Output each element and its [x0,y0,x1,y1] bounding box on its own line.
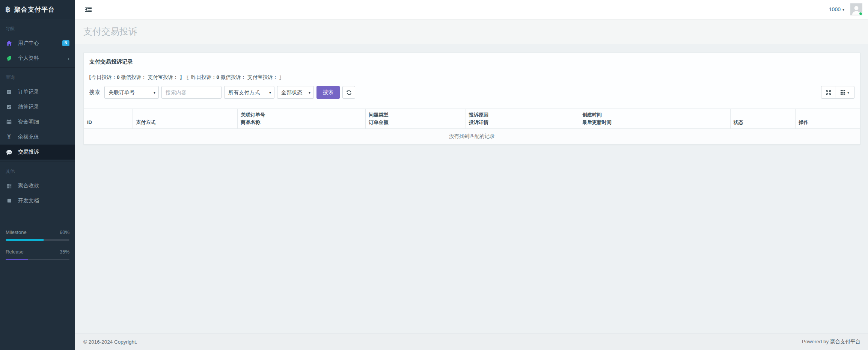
sidebar-item-label: 用户中心 [18,40,39,47]
complaint-stats: 【今日投诉：0 微信投诉： 支付宝投诉： 】 〖昨日投诉：0 微信投诉： 支付宝… [84,70,860,82]
release-progressbar [6,259,69,260]
chevron-right-icon: › [68,55,69,62]
copyright-text: © 2016-2024 Copyright. [83,339,137,345]
release-progress-fill [6,259,28,260]
sidebar-item-fund-details[interactable]: 资金明细 [0,115,75,130]
bitcoin-icon: ฿ [5,5,11,14]
powered-by: Powered by 聚合支付平台 [802,338,860,345]
yen-icon: ¥ [6,134,12,140]
column-header-create-time[interactable]: 创建时间最后更新时间 [579,109,730,129]
table-tools: ▾ [821,86,854,99]
sidebar: ฿ 聚合支付平台 导航 用户中心 N 个人资料 › 查询 [0,0,75,350]
nav-section-label: 查询 [0,68,75,84]
nav-section-other: 其他 聚合收款 开发文档 [0,161,75,210]
sidebar-item-order-records[interactable]: 订单记录 [0,84,75,100]
caret-down-icon: ▾ [842,8,844,12]
sidebar-item-user-center[interactable]: 用户中心 N [0,36,75,51]
search-label: 搜索 [89,89,100,96]
column-header-actions[interactable]: 操作 [796,109,860,129]
yesterday-stats-open: 〖昨日投诉： [186,74,217,80]
release-row: Release 35% [6,249,69,255]
leaf-icon [6,55,12,62]
sidebar-toggle-button[interactable] [83,5,93,14]
page-header: 支付交易投诉 [75,19,868,44]
table-toolbar: 搜索 关联订单号 ▾ 所有支付方式 ▾ [84,82,860,101]
refresh-icon [346,90,352,95]
status-select[interactable]: 全部状态 [277,86,314,99]
content-area: 支付交易投诉记录 【今日投诉：0 微信投诉： 支付宝投诉： 】 〖昨日投诉：0 … [75,44,868,333]
table-header-row: ID 支付方式 关联订单号商品名称 问题类型订单金额 投诉原因投诉详情 创建时间… [84,109,860,129]
nav-section-label: 其他 [0,161,75,178]
sidebar-item-balance-recharge[interactable]: ¥ 余额充值 [0,130,75,145]
user-avatar[interactable] [850,3,862,15]
sidebar-progress-zone: Milestone 60% Release 35% [0,221,75,260]
release-value: 35% [60,249,69,255]
sidebar-item-profile[interactable]: 个人资料 › [0,51,75,66]
page-title: 支付交易投诉 [83,26,137,38]
caret-down-icon: ▾ [847,91,849,95]
milestone-value: 60% [60,229,69,235]
sidebar-item-label: 个人资料 [18,55,39,62]
fullscreen-icon [826,90,831,95]
powered-by-brand: 聚合支付平台 [830,339,860,344]
milestone-progress-fill [6,239,44,241]
columns-grid-icon [840,90,845,95]
nav-section-query: 查询 订单记录 结算记录 资金明细 ¥ 余额充值 [0,67,75,161]
sidebar-item-label: 订单记录 [18,89,39,95]
online-status-dot [859,12,862,15]
column-header-status[interactable]: 状态 [730,109,796,129]
qrcode-icon [6,183,12,189]
paytype-select[interactable]: 所有支付方式 [224,86,274,99]
refresh-button[interactable] [342,86,355,99]
sidebar-item-label: 余额充值 [18,134,39,140]
yesterday-stats-rest: 微信投诉： 支付宝投诉： 〗 [219,74,284,80]
fullscreen-button[interactable] [821,86,835,99]
column-header-complaint-reason[interactable]: 投诉原因投诉详情 [466,109,579,129]
sidebar-item-label: 交易投诉 [18,149,39,155]
book-icon [6,198,12,204]
new-badge: N [62,40,69,46]
panel-title: 支付交易投诉记录 [84,53,860,70]
milestone-row: Milestone 60% [6,229,69,235]
no-records-message: 没有找到匹配的记录 [84,129,860,144]
complaints-panel: 支付交易投诉记录 【今日投诉：0 微信投诉： 支付宝投诉： 】 〖昨日投诉：0 … [83,53,860,145]
sidebar-item-label: 聚合收款 [18,183,39,189]
merchant-id-dropdown[interactable]: 1000 ▾ [829,6,844,12]
search-field-select-wrap: 关联订单号 ▾ [104,86,159,99]
comment-icon [6,149,12,155]
powered-by-prefix: Powered by [802,339,830,344]
merchant-id: 1000 [829,6,841,12]
brand[interactable]: ฿ 聚合支付平台 [0,0,75,19]
topbar-right: 1000 ▾ [829,3,862,15]
check-square-icon [6,104,12,110]
footer: © 2016-2024 Copyright. Powered by 聚合支付平台 [75,333,868,350]
today-stats-rest: 微信投诉： 支付宝投诉： 】 [120,74,185,80]
column-header-pay-method[interactable]: 支付方式 [133,109,238,129]
yesterday-complaint-count: 0 [217,74,220,80]
sidebar-item-settlement-records[interactable]: 结算记录 [0,100,75,115]
column-header-issue-type[interactable]: 问题类型订单金额 [366,109,466,129]
sidebar-item-label: 开发文档 [18,198,39,204]
nav-section-navigation: 导航 用户中心 N 个人资料 › [0,19,75,67]
complaints-table: ID 支付方式 关联订单号商品名称 问题类型订单金额 投诉原因投诉详情 创建时间… [84,109,860,144]
list-icon [6,89,12,95]
sidebar-item-transaction-complaints[interactable]: 交易投诉 [0,145,75,160]
empty-row: 没有找到匹配的记录 [84,129,860,144]
search-button[interactable]: 搜索 [316,86,340,99]
status-select-wrap: 全部状态 ▾ [277,86,314,99]
milestone-progressbar [6,239,69,241]
sidebar-item-label: 结算记录 [18,104,39,110]
column-header-order-no[interactable]: 关联订单号商品名称 [238,109,366,129]
paytype-select-wrap: 所有支付方式 ▾ [224,86,274,99]
sidebar-item-aggregate-collection[interactable]: 聚合收款 [0,178,75,193]
column-header-id[interactable]: ID [84,109,133,129]
sidebar-nav: 导航 用户中心 N 个人资料 › 查询 订 [0,19,75,210]
release-label: Release [6,249,24,255]
indent-decrease-icon [85,7,92,12]
search-field-select[interactable]: 关联订单号 [104,86,159,99]
columns-button[interactable]: ▾ [835,86,854,99]
calendar-icon [6,119,12,125]
search-input[interactable] [161,86,222,99]
sidebar-item-dev-docs[interactable]: 开发文档 [0,193,75,208]
nav-section-label: 导航 [0,19,75,36]
